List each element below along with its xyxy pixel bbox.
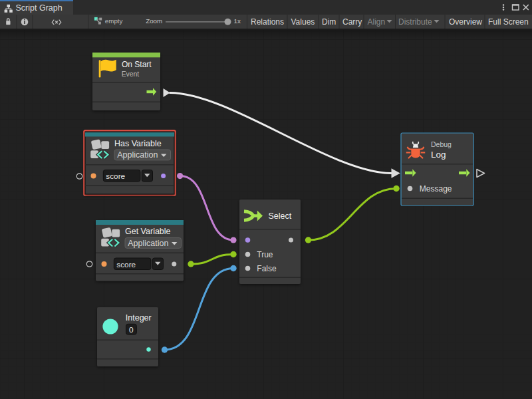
svg-text:Relations: Relations [251, 17, 284, 27]
svg-text:True: True [257, 250, 273, 259]
svg-text:empty: empty [105, 17, 123, 25]
svg-text:score: score [106, 172, 125, 181]
svg-text:Overview: Overview [449, 17, 482, 27]
svg-text:On Start: On Start [122, 60, 152, 69]
svg-text:Debug: Debug [431, 140, 452, 148]
svg-text:Integer: Integer [126, 313, 152, 323]
svg-text:Event: Event [122, 70, 140, 78]
svg-text:Zoom: Zoom [146, 17, 162, 25]
svg-text:Align: Align [368, 17, 386, 27]
svg-text:Log: Log [431, 150, 446, 160]
svg-text:Message: Message [420, 184, 452, 194]
svg-text:Full Screen: Full Screen [488, 17, 529, 27]
svg-text:0: 0 [129, 325, 134, 334]
svg-text:Application: Application [117, 150, 158, 160]
svg-text:Carry: Carry [342, 17, 362, 27]
svg-text:Application: Application [128, 239, 168, 248]
svg-text:score: score [116, 260, 136, 269]
svg-text:Dim: Dim [322, 17, 336, 27]
svg-text:Select: Select [269, 211, 292, 221]
svg-text:Distribute: Distribute [398, 17, 432, 27]
svg-text:1x: 1x [234, 17, 241, 25]
svg-text:Has Variable: Has Variable [114, 139, 162, 148]
svg-text:Get Variable: Get Variable [125, 227, 171, 236]
svg-text:Values: Values [291, 17, 315, 27]
svg-text:False: False [257, 264, 277, 273]
svg-text:Script Graph: Script Graph [16, 3, 63, 13]
